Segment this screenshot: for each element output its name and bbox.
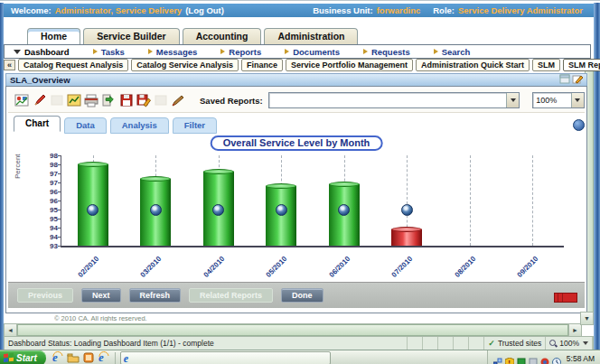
tray-shield-icon[interactable]: ! [505,354,514,363]
y-tick-mark [58,201,61,201]
done-button[interactable]: Done [281,288,323,303]
security-zone-label: Trusted sites [498,339,541,348]
main-tab-home[interactable]: Home [27,28,80,44]
page-zoom-pane[interactable]: 100% [546,337,593,350]
dashboard-tab-administration-quick-start[interactable]: Administration Quick Start [416,59,530,71]
menu-item-dashboard[interactable]: Dashboard [14,47,70,57]
windows-flag-icon [4,352,14,364]
chart-type-icon[interactable] [66,92,83,108]
business-unit-label: Business Unit: [313,5,373,15]
y-axis-label: Percent [14,154,22,179]
window-border-right [594,3,600,350]
y-tick-label: 98 [50,161,58,169]
scroll-right-arrow-icon[interactable]: ► [568,324,581,336]
tray-clock-icon[interactable] [552,354,561,363]
popout-icon[interactable] [559,74,570,86]
target-marker [276,204,287,216]
start-button[interactable]: Start [0,350,46,364]
menu-item-label: Reports [229,47,261,57]
view-tab-chart[interactable]: Chart [14,116,61,132]
y-tick-mark [58,228,61,229]
menu-arrow-icon [285,49,289,54]
main-tab-accounting[interactable]: Accounting [183,28,262,44]
tray-grey-icon[interactable] [529,354,538,363]
menu-item-tasks[interactable]: Tasks [93,47,125,57]
dashboard-tab-catalog-request-analysis[interactable]: Catalog Request Analysis [18,59,128,71]
print-icon[interactable] [83,92,100,108]
dashboard-tab-catalog-service-analysis[interactable]: Catalog Service Analysis [131,59,239,71]
main-tab-service-builder[interactable]: Service Builder [83,28,179,44]
tray-network-icon[interactable] [493,354,502,363]
application-window: Welcome: Administrator, Service Delivery… [0,0,600,364]
dashboard-tab-service-portfolio-management[interactable]: Service Portfolio Management [286,59,413,71]
y-tick-mark [58,246,61,247]
magnifier-icon [549,340,557,347]
svg-text:!: ! [508,359,511,364]
horizontal-scrollbar[interactable]: ◄ ► [4,323,582,337]
windows-taskbar: Start ee e !5:58 AM [0,350,600,364]
y-tick-label: 97 [50,170,58,178]
chart-plot: 939494959596969797989802/201003/201004/2… [61,155,564,247]
scroll-left-arrow-icon[interactable]: ◄ [5,324,17,336]
menu-item-reports[interactable]: Reports [220,47,261,57]
zoom-arrow-icon [583,341,588,345]
chart-wizard-icon[interactable] [14,92,31,108]
copyright-note: © 2010 CA. All rights reserved. [54,314,262,322]
view-tab-data[interactable]: Data [64,117,107,134]
taskbar-app-button[interactable]: e [120,351,331,364]
dashboard-tab-finance[interactable]: Finance [241,59,283,71]
brush-icon[interactable] [170,92,187,108]
y-tick-mark [58,237,61,238]
tab-scroll-left-button[interactable]: « [4,60,15,70]
save-icon[interactable] [117,92,135,108]
ie-icon[interactable]: e [98,350,109,364]
menu-item-label: Dashboard [24,47,70,57]
menu-item-documents[interactable]: Documents [285,47,340,57]
welcome-bar: Welcome: Administrator, Service Delivery… [4,4,594,17]
menu-arrow-icon [220,49,225,54]
logout-link[interactable]: (Log Out) [185,5,224,15]
y-tick-label: 96 [50,188,58,196]
tray-green-icon[interactable] [517,354,526,363]
dashboard-tab-slm-reports[interactable]: SLM Reports [563,59,600,71]
expanded-arrow-icon [14,50,21,54]
save-as-icon[interactable] [135,92,152,108]
target-marker [401,204,413,216]
dropdown-arrow-icon[interactable] [506,93,519,107]
tray-messenger-icon[interactable] [540,354,549,363]
y-tick-label: 95 [50,215,58,223]
chart-bar[interactable] [266,186,296,246]
browser-status-bar: Dashboard Status: Loading Dashboard Item… [4,336,594,350]
chart-bar[interactable] [391,229,422,246]
folder-icon[interactable] [67,350,80,364]
welcome-label: Welcome: [11,5,52,15]
ie-icon[interactable]: e [52,350,63,364]
next-button[interactable]: Next [81,288,121,303]
status-pane [408,337,423,350]
zoom-dropdown[interactable]: 100% [532,92,585,108]
y-tick-label: 96 [50,197,58,205]
saved-reports-dropdown[interactable] [268,92,520,108]
edit-item-icon[interactable] [572,74,583,86]
app-orange-icon[interactable] [83,350,94,364]
export-icon[interactable] [100,92,117,108]
dropdown-arrow-icon[interactable] [571,93,584,107]
menu-item-messages[interactable]: Messages [148,47,197,57]
menu-bar: DashboardTasksMessagesReportsDocumentsRe… [4,44,591,59]
menu-item-requests[interactable]: Requests [363,47,410,57]
info-icon[interactable] [573,119,585,131]
y-tick-label: 97 [50,179,58,187]
scrollbar-thumb[interactable] [17,324,568,336]
view-tab-strip: ChartDataAnalysisFilter [14,114,217,132]
edit-pencil-icon[interactable] [31,92,48,108]
y-tick-mark [58,182,61,183]
disabled-tool-icon [48,92,65,108]
view-tab-filter[interactable]: Filter [173,117,217,134]
refresh-button[interactable]: Refresh [129,288,182,303]
scroll-down-arrow-icon[interactable]: ▼ [580,312,594,325]
dashboard-tab-slm[interactable]: SLM [532,59,560,71]
view-tab-analysis[interactable]: Analysis [110,117,169,134]
zoom-value: 100% [533,96,571,105]
main-tab-administration[interactable]: Administration [264,28,358,44]
menu-item-search[interactable]: Search [434,47,471,57]
